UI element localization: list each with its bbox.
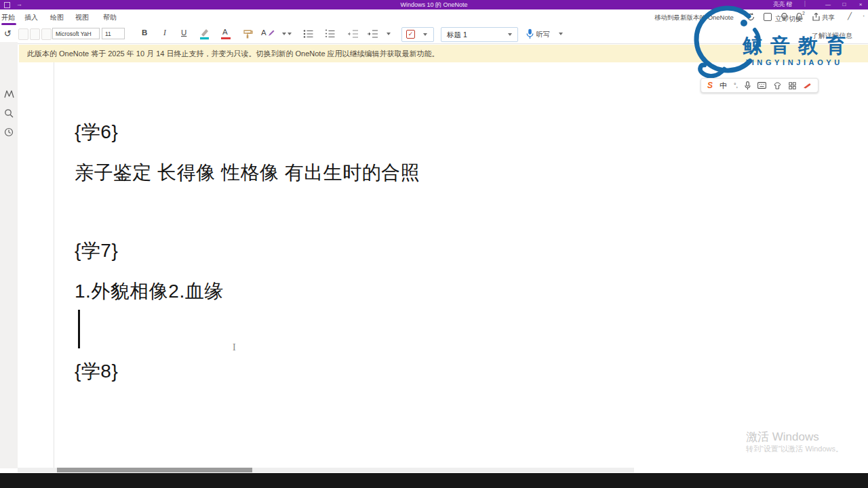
- activate-windows-subtext: 转到“设置”以激活 Windows。: [746, 444, 843, 454]
- tab-help[interactable]: 帮助: [103, 13, 117, 22]
- ime-skin-icon[interactable]: [773, 82, 782, 89]
- font-size-value: 11: [105, 30, 111, 37]
- note-canvas[interactable]: {学6} 亲子鉴定 长得像 性格像 有出生时的合照 {学7} 1.外貌相像2.血…: [0, 62, 868, 468]
- bold-button[interactable]: B: [142, 28, 147, 37]
- style-select[interactable]: 标题 1: [441, 27, 518, 42]
- note-line-2[interactable]: 亲子鉴定 长得像 性格像 有出生时的合照: [75, 160, 420, 186]
- font-size-select[interactable]: 11: [102, 28, 125, 39]
- undo-icon[interactable]: ↺: [4, 28, 12, 39]
- style-value: 标题 1: [447, 30, 467, 40]
- activate-windows-watermark: 激活 Windows: [746, 429, 819, 445]
- ime-punctuation-toggle[interactable]: °,: [734, 82, 738, 89]
- note-line-1[interactable]: {学6}: [75, 119, 118, 145]
- tab-home[interactable]: 开始: [1, 13, 15, 22]
- todo-checkbox-icon: ✓: [406, 30, 415, 39]
- style-chevron-icon: [508, 33, 512, 36]
- ime-mode-toggle[interactable]: 中: [719, 81, 727, 91]
- bullet-list-icon[interactable]: [303, 29, 314, 39]
- ime-keyboard-icon[interactable]: [757, 82, 766, 89]
- taskbar: W yd N 中 S 31 20:06:00 2025/11/13 AI: [0, 473, 868, 488]
- tab-view[interactable]: 视图: [75, 13, 89, 22]
- dictate-label[interactable]: 听写: [536, 30, 550, 39]
- format-painter-icon[interactable]: [243, 28, 254, 39]
- outdent-icon[interactable]: [347, 29, 359, 39]
- screen: → Windows 10 的 OneNote 亮亮 楷 | — □ × 开始 插…: [0, 0, 868, 488]
- sogou-logo-icon[interactable]: S: [707, 81, 713, 90]
- underline-button[interactable]: U: [181, 28, 186, 37]
- note-line-5[interactable]: {学8}: [75, 359, 118, 384]
- list-group-chevron-icon[interactable]: [387, 33, 391, 35]
- ime-toolbar: S 中 °,: [701, 78, 818, 93]
- eol-banner-text: 此版本的 OneNote 将于 2025 年 10 月 14 日终止支持，并变为…: [27, 49, 439, 59]
- highlighter-icon[interactable]: [199, 28, 210, 40]
- todo-tag-group[interactable]: ✓: [401, 27, 434, 42]
- paste-icon[interactable]: [18, 28, 28, 40]
- logo-title: 鲸音教育: [743, 33, 854, 60]
- numbered-list-icon[interactable]: [325, 29, 336, 39]
- dictate-mic-icon[interactable]: [526, 28, 534, 39]
- logo-subtitle: JINGYINJIAOYU: [745, 58, 843, 66]
- ime-toolbox-icon[interactable]: [789, 82, 796, 89]
- small-pencil-icon: [268, 30, 275, 37]
- font-name-value: Microsoft YaH: [56, 30, 92, 37]
- tag-chevron-icon: [423, 33, 427, 36]
- note-line-3[interactable]: {学7}: [75, 238, 118, 264]
- cut-icon[interactable]: [30, 28, 40, 40]
- dictate-chevron-icon[interactable]: [559, 33, 563, 35]
- ibeam-cursor: I: [233, 342, 236, 353]
- clear-formatting-button[interactable]: A: [261, 28, 267, 37]
- chevron-down-icon[interactable]: [288, 33, 292, 35]
- font-name-select[interactable]: Microsoft YaH: [52, 28, 100, 39]
- font-color-bar: [221, 37, 231, 39]
- ime-mic-icon[interactable]: [745, 81, 751, 90]
- tab-draw[interactable]: 绘图: [50, 13, 64, 22]
- ime-brush-icon[interactable]: [803, 83, 812, 89]
- horizontal-scrollbar-thumb[interactable]: [57, 468, 252, 472]
- copy-icon[interactable]: [41, 28, 52, 40]
- note-line-4[interactable]: 1.外貌相像2.血缘: [75, 279, 224, 304]
- font-color-button[interactable]: A: [222, 28, 228, 36]
- text-caret: [78, 310, 80, 348]
- active-tab-underline: [1, 23, 16, 25]
- font-group-chevron-icon[interactable]: [282, 33, 286, 35]
- indent-icon[interactable]: [367, 29, 378, 39]
- tab-insert[interactable]: 插入: [24, 13, 38, 22]
- italic-button[interactable]: I: [163, 28, 166, 37]
